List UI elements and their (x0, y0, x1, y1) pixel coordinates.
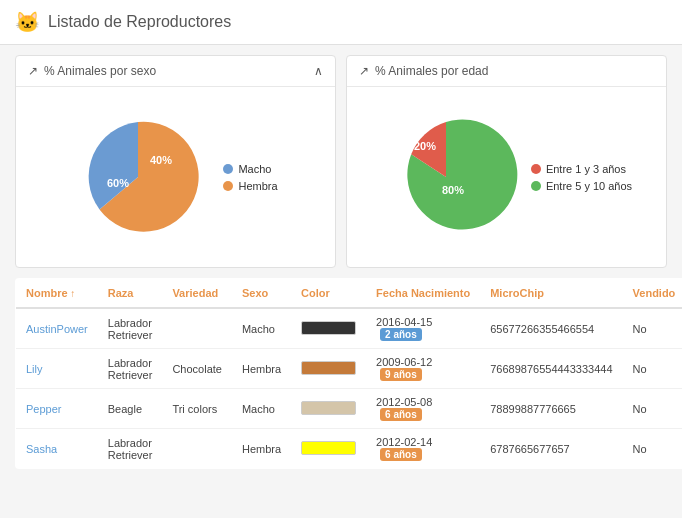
charts-row: ↗ % Animales por sexo ∧ 60% 40% (0, 45, 682, 278)
cell-fecha: 2012-05-08 6 años (366, 389, 480, 429)
cell-sexo: Hembra (232, 349, 291, 389)
table-row: Pepper Beagle Tri colors Macho 2012-05-0… (16, 389, 683, 429)
cell-vendido: No (623, 389, 682, 429)
cell-variedad (162, 429, 232, 469)
cell-nombre: Lily (16, 349, 98, 389)
page-header: 🐱 Listado de Reproductores (0, 0, 682, 45)
col-raza: Raza (98, 279, 163, 309)
cell-microchip: 78899887776665 (480, 389, 622, 429)
pie-chart-edad: 80% 20% (381, 112, 511, 242)
color-swatch (301, 441, 356, 455)
collapse-icon[interactable]: ∧ (314, 64, 323, 78)
green-label: 80% (442, 184, 464, 196)
legend-macho: Macho (223, 163, 277, 175)
chart-sexo: ↗ % Animales por sexo ∧ 60% 40% (15, 55, 336, 268)
color-swatch (301, 401, 356, 415)
cell-fecha: 2009-06-12 9 años (366, 349, 480, 389)
red-label: 20% (414, 140, 436, 152)
chart-edad-body: 80% 20% Entre 1 y 3 años Entre 5 y 10 añ… (347, 87, 666, 267)
edad-5-10-label: Entre 5 y 10 años (546, 180, 632, 192)
macho-label: 40% (150, 154, 172, 166)
hembra-dot (223, 181, 233, 191)
cell-raza: Beagle (98, 389, 163, 429)
hembra-legend-label: Hembra (238, 180, 277, 192)
cell-vendido: No (623, 349, 682, 389)
cell-color (291, 308, 366, 349)
chart-edad-legend: Entre 1 y 3 años Entre 5 y 10 años (531, 163, 632, 192)
chart-icon: ↗ (28, 64, 38, 78)
cell-variedad (162, 308, 232, 349)
age-badge: 6 años (380, 448, 422, 461)
cell-sexo: Macho (232, 389, 291, 429)
macho-dot (223, 164, 233, 174)
age-badge: 9 años (380, 368, 422, 381)
chart-edad-header: ↗ % Animales por edad (347, 56, 666, 87)
col-nombre[interactable]: Nombre (16, 279, 98, 309)
cell-variedad: Tri colors (162, 389, 232, 429)
cell-color (291, 429, 366, 469)
cell-color (291, 389, 366, 429)
chart-edad-title: % Animales por edad (375, 64, 488, 78)
edad-1-3-label: Entre 1 y 3 años (546, 163, 626, 175)
chart-edad-icon: ↗ (359, 64, 369, 78)
cell-color (291, 349, 366, 389)
header-row: Nombre Raza Variedad Sexo Color Fecha Na… (16, 279, 683, 309)
col-variedad: Variedad (162, 279, 232, 309)
macho-legend-label: Macho (238, 163, 271, 175)
col-fecha: Fecha Nacimiento (366, 279, 480, 309)
age-badge: 6 años (380, 408, 422, 421)
cell-sexo: Macho (232, 308, 291, 349)
cell-microchip: 65677266355466554 (480, 308, 622, 349)
reproductores-table: Nombre Raza Variedad Sexo Color Fecha Na… (15, 278, 682, 469)
cell-sexo: Hembra (232, 429, 291, 469)
cell-raza: Labrador Retriever (98, 429, 163, 469)
pie-chart-sexo: 60% 40% (73, 112, 203, 242)
col-vendido: Vendido (623, 279, 682, 309)
chart-sexo-header: ↗ % Animales por sexo ∧ (16, 56, 335, 87)
cell-vendido: No (623, 308, 682, 349)
table-row: Sasha Labrador Retriever Hembra 2012-02-… (16, 429, 683, 469)
chart-sexo-title: % Animales por sexo (44, 64, 156, 78)
cell-nombre: AustinPower (16, 308, 98, 349)
legend-hembra: Hembra (223, 180, 277, 192)
cell-raza: Labrador Retriever (98, 308, 163, 349)
chart-sexo-legend: Macho Hembra (223, 163, 277, 192)
color-swatch (301, 321, 356, 335)
page-title: Listado de Reproductores (48, 13, 231, 31)
table-body: AustinPower Labrador Retriever Macho 201… (16, 308, 683, 469)
nombre-link[interactable]: AustinPower (26, 323, 88, 335)
app-icon: 🐱 (15, 10, 40, 34)
chart-sexo-body: 60% 40% Macho Hembra (16, 87, 335, 267)
cell-variedad: Chocolate (162, 349, 232, 389)
table-row: AustinPower Labrador Retriever Macho 201… (16, 308, 683, 349)
legend-1-3: Entre 1 y 3 años (531, 163, 632, 175)
red-dot (531, 164, 541, 174)
cell-microchip: 6787665677657 (480, 429, 622, 469)
cell-vendido: No (623, 429, 682, 469)
table-section: Nombre Raza Variedad Sexo Color Fecha Na… (0, 278, 682, 484)
green-dot (531, 181, 541, 191)
cell-raza: Labrador Retriever (98, 349, 163, 389)
nombre-link[interactable]: Sasha (26, 443, 57, 455)
legend-5-10: Entre 5 y 10 años (531, 180, 632, 192)
age-badge: 2 años (380, 328, 422, 341)
cell-fecha: 2016-04-15 2 años (366, 308, 480, 349)
nombre-link[interactable]: Pepper (26, 403, 61, 415)
chart-edad: ↗ % Animales por edad 80% 20% (346, 55, 667, 268)
table-header: Nombre Raza Variedad Sexo Color Fecha Na… (16, 279, 683, 309)
color-swatch (301, 361, 356, 375)
nombre-link[interactable]: Lily (26, 363, 43, 375)
col-color: Color (291, 279, 366, 309)
col-microchip: MicroChip (480, 279, 622, 309)
cell-nombre: Pepper (16, 389, 98, 429)
hembra-label: 60% (107, 177, 129, 189)
cell-fecha: 2012-02-14 6 años (366, 429, 480, 469)
cell-microchip: 76689876554443333444 (480, 349, 622, 389)
col-sexo: Sexo (232, 279, 291, 309)
cell-nombre: Sasha (16, 429, 98, 469)
table-row: Lily Labrador Retriever Chocolate Hembra… (16, 349, 683, 389)
